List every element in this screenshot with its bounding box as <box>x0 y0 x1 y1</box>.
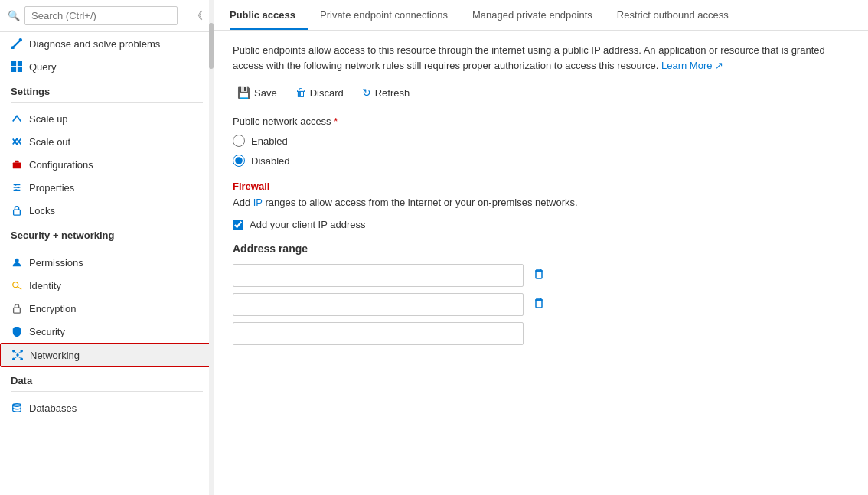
svg-point-16 <box>16 353 19 357</box>
address-row-2 <box>233 293 850 316</box>
svg-point-8 <box>15 184 17 186</box>
lock2-icon <box>11 302 23 314</box>
firewall-title: Firewall <box>233 181 850 192</box>
sidebar-item-locks-label: Locks <box>29 205 55 217</box>
sidebar-item-permissions[interactable]: Permissions <box>0 251 214 274</box>
svg-rect-4 <box>13 162 21 168</box>
trash-icon-2 <box>533 297 545 309</box>
lock-icon <box>11 204 23 217</box>
address-input-2[interactable] <box>233 293 524 316</box>
sidebar-item-encryption-label: Encryption <box>29 303 76 314</box>
database-icon <box>11 402 23 414</box>
delete-address-2-button[interactable] <box>530 295 548 314</box>
client-ip-checkbox-row: Add your client IP address <box>233 219 850 230</box>
sidebar-item-security[interactable]: Security <box>0 320 214 343</box>
arrow-up-icon <box>11 112 23 125</box>
tab-restrict-outbound[interactable]: Restrict outbound access <box>617 0 741 30</box>
discard-icon: 🗑 <box>295 86 306 99</box>
collapse-sidebar-button[interactable]: 《 <box>189 8 206 24</box>
network-icon <box>11 349 24 361</box>
sidebar-item-properties[interactable]: Properties <box>0 176 214 199</box>
wrench-icon <box>11 37 23 50</box>
sidebar-item-diagnose[interactable]: Diagnose and solve problems <box>0 32 214 55</box>
sidebar-item-identity[interactable]: Identity <box>0 274 214 297</box>
sidebar-item-query[interactable]: Query <box>0 55 214 78</box>
data-section-header: Data <box>0 367 214 389</box>
svg-point-13 <box>13 282 18 288</box>
sidebar-item-scale-out-label: Scale out <box>29 136 70 148</box>
sidebar-item-configurations-label: Configurations <box>29 159 93 171</box>
settings-divider <box>11 102 203 103</box>
delete-address-1-button[interactable] <box>530 266 548 285</box>
firewall-description: Add IP ranges to allow access from the i… <box>233 197 850 208</box>
sidebar-scrollbar-thumb[interactable] <box>209 23 214 69</box>
public-network-access-label: Public network access * <box>233 116 850 127</box>
required-marker: * <box>334 116 338 127</box>
radio-enabled[interactable]: Enabled <box>233 135 850 147</box>
sidebar-item-databases[interactable]: Databases <box>0 396 214 419</box>
sidebar-item-query-label: Query <box>29 61 56 73</box>
svg-line-21 <box>15 352 18 354</box>
svg-line-14 <box>18 287 21 290</box>
sidebar-item-configurations[interactable]: Configurations <box>0 153 214 176</box>
svg-point-25 <box>13 404 21 407</box>
tab-private-endpoint[interactable]: Private endpoint connections <box>320 0 460 30</box>
sidebar-item-scale-up-label: Scale up <box>29 113 68 125</box>
search-input[interactable] <box>24 6 178 25</box>
client-ip-checkbox[interactable] <box>233 220 243 230</box>
search-icon: 🔍 <box>8 10 20 21</box>
svg-rect-0 <box>11 61 16 66</box>
tabs-bar: Public access Private endpoint connectio… <box>214 0 868 31</box>
address-range-title: Address range <box>233 243 850 255</box>
discard-button[interactable]: 🗑 Discard <box>291 83 348 102</box>
security-networking-section-header: Security + networking <box>0 222 214 244</box>
save-icon: 💾 <box>237 86 250 99</box>
sidebar-item-networking-label: Networking <box>30 350 80 361</box>
learn-more-link[interactable]: Learn More ↗ <box>661 60 723 71</box>
address-input-3[interactable] <box>233 322 524 345</box>
svg-line-24 <box>18 357 21 359</box>
tab-public-access[interactable]: Public access <box>230 0 308 30</box>
svg-rect-11 <box>14 210 21 215</box>
firewall-section: Firewall Add IP ranges to allow access f… <box>233 181 850 208</box>
svg-rect-2 <box>11 67 16 72</box>
sidebar-item-properties-label: Properties <box>29 182 74 194</box>
data-divider <box>11 391 203 392</box>
toolbar: 💾 Save 🗑 Discard ↻ Refresh <box>233 83 850 102</box>
sidebar-scrollbar-track <box>209 0 214 495</box>
radio-group-network-access: Enabled Disabled <box>233 135 850 167</box>
svg-rect-26 <box>536 271 542 278</box>
person-icon <box>11 256 23 269</box>
sidebar-item-encryption[interactable]: Encryption <box>0 297 214 320</box>
sidebar-item-scale-out[interactable]: Scale out <box>0 130 214 153</box>
sliders-icon <box>11 181 23 194</box>
refresh-icon: ↻ <box>362 86 371 99</box>
address-input-1[interactable] <box>233 264 524 287</box>
svg-rect-3 <box>18 67 22 72</box>
svg-line-23 <box>15 357 18 359</box>
svg-line-22 <box>18 352 21 354</box>
tab-managed-private[interactable]: Managed private endpoints <box>472 0 605 30</box>
radio-disabled-input[interactable] <box>233 155 245 167</box>
sidebar-item-identity-label: Identity <box>29 280 61 291</box>
radio-enabled-input[interactable] <box>233 135 245 147</box>
svg-point-9 <box>17 187 19 189</box>
save-button[interactable]: 💾 Save <box>233 83 282 102</box>
svg-point-10 <box>15 189 18 191</box>
sidebar-search-bar[interactable]: 🔍 《 <box>0 0 214 32</box>
sidebar: 🔍 《 Diagnose and solve problems Query Se… <box>0 0 214 495</box>
sidebar-item-databases-label: Databases <box>29 402 77 414</box>
svg-rect-15 <box>14 308 21 313</box>
sidebar-item-locks[interactable]: Locks <box>0 199 214 222</box>
svg-rect-1 <box>18 61 22 66</box>
refresh-button[interactable]: ↻ Refresh <box>357 83 415 102</box>
sidebar-item-diagnose-label: Diagnose and solve problems <box>29 38 160 50</box>
sidebar-item-scale-up[interactable]: Scale up <box>0 107 214 130</box>
address-row-1 <box>233 264 850 287</box>
svg-rect-27 <box>536 300 542 308</box>
client-ip-label: Add your client IP address <box>250 219 366 230</box>
radio-disabled[interactable]: Disabled <box>233 155 850 167</box>
briefcase-icon <box>11 158 23 171</box>
key-icon <box>11 279 23 291</box>
sidebar-item-networking[interactable]: Networking <box>0 343 214 367</box>
